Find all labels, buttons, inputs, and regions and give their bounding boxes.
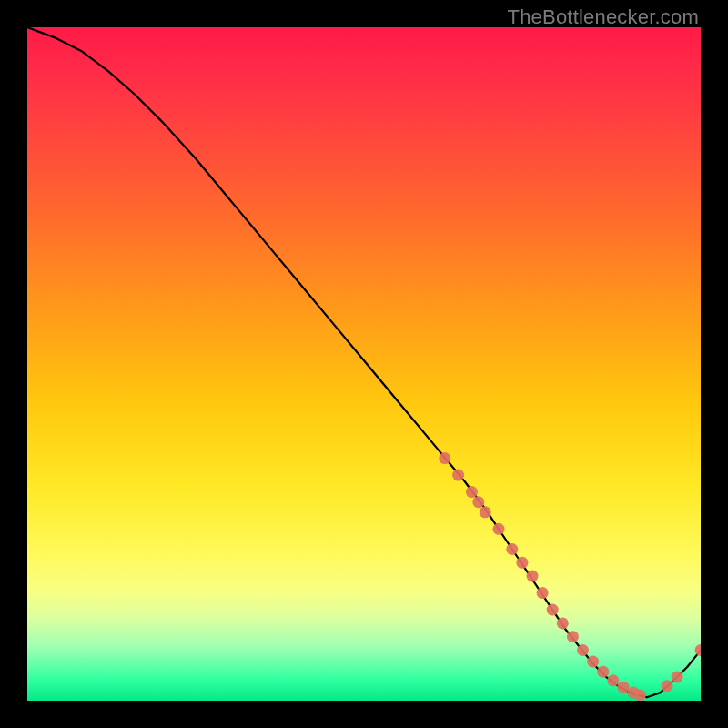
marker-dot [452,470,464,481]
marker-dot [662,680,673,692]
marker-dot [617,682,629,693]
marker-dot [480,506,491,518]
marker-dot [516,557,528,569]
plot-area [27,27,701,701]
marker-dot [547,604,559,616]
marker-dot [695,644,702,656]
marker-dot [567,631,579,642]
marker-dot [587,656,599,668]
marker-dot [472,496,484,508]
chart-stage: TheBottlenecker.com [0,0,728,728]
marker-dot [577,644,589,656]
marker-group [439,452,701,701]
marker-dot [607,674,619,686]
chart-svg [27,27,701,701]
marker-dot [557,617,569,629]
marker-dot [537,587,549,599]
marker-dot [466,486,478,498]
curve-line [27,27,701,697]
watermark-text: TheBottlenecker.com [508,5,699,29]
marker-dot [493,523,505,535]
marker-dot [527,571,539,582]
marker-dot [439,452,450,464]
marker-dot [506,543,518,555]
marker-dot [672,672,683,683]
marker-dot [634,690,646,701]
marker-dot [597,666,609,678]
